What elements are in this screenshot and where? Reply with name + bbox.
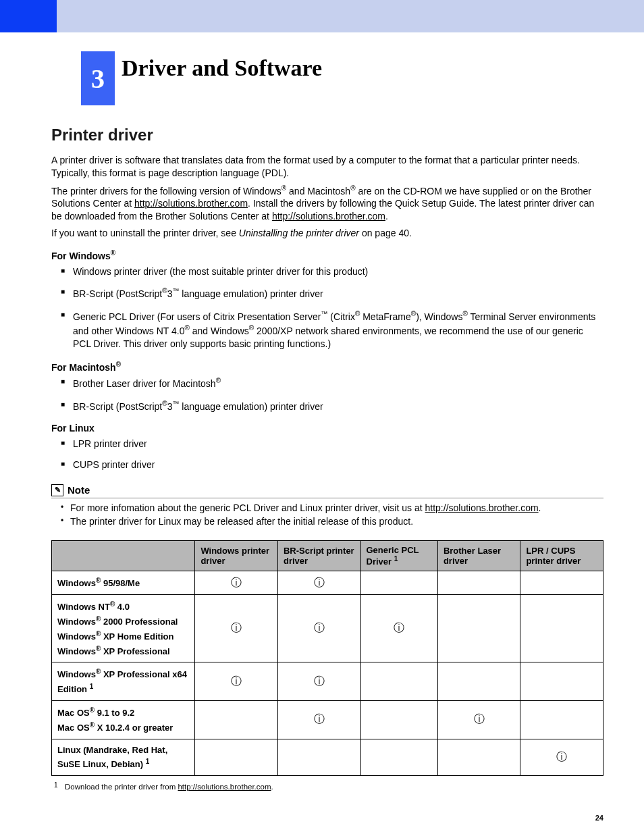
table-cell: [437, 571, 520, 595]
table-row: Windows NT® 4.0Windows® 2000 Professiona…: [52, 595, 603, 662]
paragraph-intro: A printer driver is software that transl…: [51, 154, 603, 180]
table-header-row: Windows printer driver BR-Script printer…: [52, 540, 603, 571]
heading-for-linux: For Linux: [51, 423, 603, 434]
table-row: Mac OS® 9.1 to 9.2Mac OS® X 10.2.4 or gr…: [52, 701, 603, 739]
table-cell: [360, 739, 437, 775]
table-header: BR-Script printer driver: [277, 540, 360, 571]
table-cell: ⓘ: [277, 571, 360, 595]
section-title: Printer driver: [51, 126, 603, 145]
list-item: BR-Script (PostScript®3™ language emulat…: [63, 286, 603, 301]
table-cell: [520, 701, 603, 739]
footnote: 1 Download the printer driver from http:…: [51, 783, 603, 791]
text: and Macintosh: [286, 185, 350, 196]
text: .: [539, 502, 541, 513]
table-header: Generic PCL Driver 1: [360, 540, 437, 571]
table-header: LPR / CUPS printer driver: [520, 540, 603, 571]
registered-mark: ®: [111, 249, 115, 257]
list-item: BR-Script (PostScript®3™ language emulat…: [63, 399, 603, 413]
macintosh-list: Brother Laser driver for Macintosh® BR-S…: [51, 376, 603, 413]
list-item: Windows printer driver (the most suitabl…: [63, 265, 603, 279]
table-cell: [520, 595, 603, 662]
registered-mark: ®: [162, 400, 167, 407]
table-cell: ⓘ: [195, 571, 278, 595]
text: For Windows: [51, 251, 111, 261]
xref-uninstall: Uninstalling the printer driver: [239, 228, 359, 238]
text: ), Windows: [416, 311, 462, 321]
solutions-link[interactable]: http://solutions.brother.com: [272, 211, 385, 221]
registered-mark: ®: [462, 310, 467, 317]
text: language emulation) printer driver: [179, 400, 323, 411]
solutions-link[interactable]: http://solutions.brother.com: [425, 502, 539, 513]
table-row-label: Mac OS® 9.1 to 9.2Mac OS® X 10.2.4 or gr…: [52, 701, 195, 739]
chapter-title: Driver and Software: [122, 55, 644, 81]
table-header: [52, 540, 195, 571]
text: Brother Laser driver for Macintosh: [73, 378, 216, 389]
text: For more infomation about the generic PC…: [70, 502, 425, 513]
note-label: Note: [68, 484, 90, 496]
table-row-label: Windows NT® 4.0Windows® 2000 Professiona…: [52, 595, 195, 662]
text: Generic PCL Driver (For users of Citrix …: [73, 311, 321, 321]
header-light-blue: [57, 0, 644, 32]
chapter-number: 3: [81, 51, 115, 105]
table-cell: [195, 701, 278, 739]
registered-mark: ®: [162, 287, 167, 294]
footnote-number: 1: [54, 781, 58, 789]
text: The printer drivers for the following ve…: [51, 185, 281, 196]
table-cell: [360, 662, 437, 701]
table-cell: [437, 739, 520, 775]
trademark-mark: ™: [321, 310, 327, 317]
registered-mark: ®: [116, 361, 121, 368]
note-icon: ✎: [51, 484, 63, 496]
list-item: Brother Laser driver for Macintosh®: [63, 376, 603, 390]
header-blue-box: [0, 0, 57, 32]
list-item: LPR printer driver: [63, 438, 603, 451]
text: on page 40.: [359, 228, 412, 238]
table-cell: ⓘ: [437, 701, 520, 739]
list-item: Generic PCL Driver (For users of Citrix …: [63, 309, 603, 351]
registered-mark: ®: [350, 184, 355, 192]
table-cell: ⓘ: [195, 595, 278, 662]
trademark-mark: ™: [172, 400, 179, 407]
note-heading: ✎ Note: [51, 484, 603, 498]
list-item: For more infomation about the generic PC…: [63, 502, 603, 513]
header-band: [0, 0, 644, 32]
paragraph-drivers-location: The printer drivers for the following ve…: [51, 184, 603, 223]
chapter-heading-row: 3 Driver and Software: [0, 51, 644, 105]
table-row-label: Linux (Mandrake, Red Hat, SuSE Linux, De…: [52, 739, 195, 775]
table-cell: [437, 595, 520, 662]
table-cell: [360, 571, 437, 595]
text: MetaFrame: [360, 311, 410, 321]
text: language emulation) printer driver: [179, 288, 323, 299]
text: and Windows: [190, 325, 249, 336]
list-item: CUPS printer driver: [63, 459, 603, 472]
table-row: Windows® 95/98/Meⓘⓘ: [52, 571, 603, 595]
text: (Citrix: [327, 311, 354, 321]
table-cell: ⓘ: [520, 739, 603, 775]
text: .: [385, 211, 388, 221]
paragraph-uninstall: If you want to uninstall the printer dri…: [51, 227, 603, 240]
table-cell: ⓘ: [360, 595, 437, 662]
text: BR-Script (PostScript: [73, 400, 162, 411]
footnote-ref: 1: [394, 555, 398, 563]
heading-for-macintosh: For Macintosh®: [51, 361, 603, 373]
text: BR-Script (PostScript: [73, 288, 162, 299]
table-row-label: Windows® 95/98/Me: [52, 571, 195, 595]
heading-for-windows: For Windows®: [51, 249, 603, 261]
registered-mark: ®: [185, 324, 190, 332]
table-cell: ⓘ: [277, 701, 360, 739]
solutions-link[interactable]: http://solutions.brother.com: [134, 198, 248, 209]
registered-mark: ®: [216, 377, 221, 384]
table-header: Windows printer driver: [195, 540, 278, 571]
page-content: Printer driver A printer driver is softw…: [51, 126, 603, 791]
table-cell: ⓘ: [277, 662, 360, 701]
driver-compat-table: Windows printer driver BR-Script printer…: [51, 540, 603, 776]
table-cell: ⓘ: [195, 662, 278, 701]
solutions-link[interactable]: http://solutions.brother.com: [178, 783, 271, 791]
table-cell: [277, 739, 360, 775]
table-row: Windows® XP Professional x64 Edition 1ⓘⓘ: [52, 662, 603, 701]
table-cell: ⓘ: [277, 595, 360, 662]
linux-list: LPR printer driver CUPS printer driver: [51, 438, 603, 472]
table-cell: [437, 662, 520, 701]
table-cell: [360, 701, 437, 739]
trademark-mark: ™: [172, 287, 179, 294]
